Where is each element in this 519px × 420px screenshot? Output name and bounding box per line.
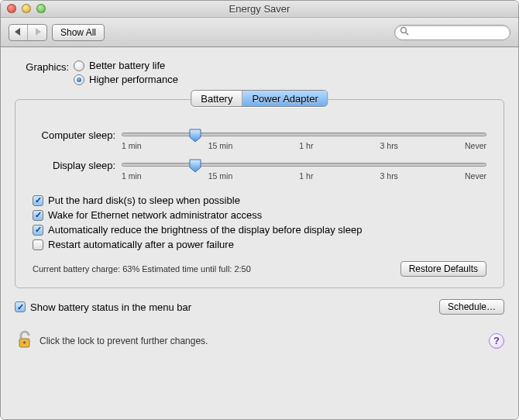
- check-show-menu-bar[interactable]: Show battery status in the menu bar: [15, 301, 191, 313]
- checkbox-label: Show battery status in the menu bar: [30, 301, 191, 313]
- chevron-right-icon: [34, 26, 41, 38]
- help-button[interactable]: ?: [489, 333, 504, 349]
- slider-thumb[interactable]: [189, 129, 201, 143]
- slider-ticks: 1 min 15 min 1 hr 3 hrs Never: [122, 171, 486, 181]
- schedule-button[interactable]: Schedule…: [439, 299, 504, 315]
- slider-thumb[interactable]: [189, 159, 201, 173]
- search-field[interactable]: [394, 25, 510, 40]
- search-input[interactable]: [409, 26, 505, 39]
- checkbox-label: Wake for Ethernet network administrator …: [48, 209, 262, 221]
- checkbox-label: Restart automatically after a power fail…: [48, 239, 234, 250]
- radio-icon: [74, 74, 84, 85]
- checkbox-icon: [15, 301, 26, 312]
- zoom-button[interactable]: [36, 4, 46, 13]
- forward-button[interactable]: [28, 25, 46, 40]
- svg-point-2: [401, 28, 407, 33]
- show-all-button[interactable]: Show All: [52, 24, 105, 41]
- checkbox-icon: [33, 225, 43, 236]
- search-icon: [400, 26, 409, 38]
- svg-marker-1: [36, 28, 41, 36]
- radio-label: Better battery life: [89, 60, 165, 71]
- checkbox-icon: [33, 195, 43, 206]
- window-title: Energy Saver: [1, 3, 518, 15]
- settings-group: Battery Power Adapter Computer sleep: 1 …: [15, 99, 504, 288]
- checkbox-icon: [33, 210, 43, 221]
- check-auto-dim[interactable]: Automatically reduce the brightness of t…: [33, 224, 486, 236]
- checkbox-icon: [33, 239, 43, 250]
- check-restart-power-failure[interactable]: Restart automatically after a power fail…: [33, 239, 486, 250]
- close-button[interactable]: [7, 4, 16, 13]
- svg-line-3: [406, 33, 408, 35]
- graphics-label: Graphics:: [15, 60, 69, 73]
- graphics-option-higher-performance[interactable]: Higher performance: [74, 74, 178, 85]
- check-wake-ethernet[interactable]: Wake for Ethernet network administrator …: [33, 209, 486, 221]
- restore-defaults-button[interactable]: Restore Defaults: [400, 261, 486, 277]
- battery-status-text: Current battery charge: 63% Estimated ti…: [33, 264, 251, 274]
- tab-battery[interactable]: Battery: [191, 91, 242, 106]
- checkbox-label: Put the hard disk(s) to sleep when possi…: [48, 195, 240, 206]
- svg-point-5: [23, 342, 26, 344]
- graphics-option-battery-life[interactable]: Better battery life: [74, 60, 178, 71]
- minimize-button[interactable]: [22, 4, 31, 13]
- power-source-tabs[interactable]: Battery Power Adapter: [191, 90, 328, 107]
- nav-back-forward[interactable]: [9, 24, 47, 41]
- computer-sleep-label: Computer sleep:: [33, 129, 122, 141]
- slider-ticks: 1 min 15 min 1 hr 3 hrs Never: [122, 141, 486, 150]
- checkbox-label: Automatically reduce the brightness of t…: [48, 224, 362, 236]
- radio-label: Higher performance: [89, 74, 178, 85]
- radio-icon: [74, 60, 84, 71]
- tab-power-adapter[interactable]: Power Adapter: [242, 91, 327, 106]
- computer-sleep-slider[interactable]: [122, 133, 486, 136]
- check-hd-sleep[interactable]: Put the hard disk(s) to sleep when possi…: [33, 195, 486, 206]
- back-button[interactable]: [9, 25, 28, 40]
- display-sleep-label: Display sleep:: [33, 160, 122, 171]
- display-sleep-slider[interactable]: [122, 163, 486, 167]
- svg-marker-0: [15, 28, 20, 36]
- lock-text: Click the lock to prevent further change…: [40, 336, 208, 346]
- chevron-left-icon: [15, 26, 22, 38]
- lock-icon[interactable]: [15, 329, 33, 353]
